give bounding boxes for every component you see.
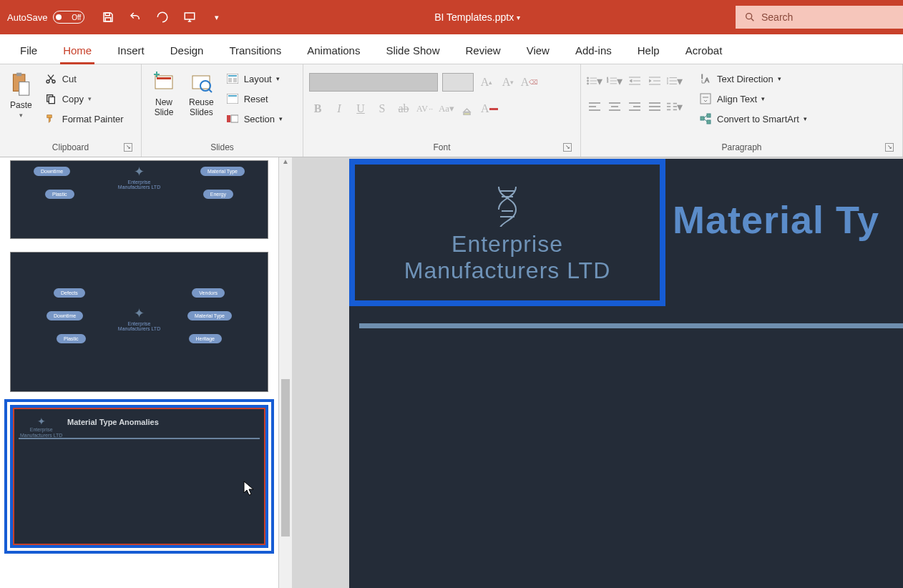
bullets-button[interactable]: ▾: [587, 73, 602, 89]
text-direction-icon: IA: [698, 72, 713, 86]
align-right-button[interactable]: [627, 99, 643, 114]
slide-thumbnail[interactable]: Defects Vendors Downtime Material Type P…: [10, 252, 268, 392]
svg-point-27: [587, 77, 588, 79]
search-box[interactable]: Search: [736, 6, 903, 29]
svg-rect-26: [464, 113, 470, 114]
decrease-font-icon[interactable]: A▾: [499, 74, 517, 91]
svg-rect-2: [185, 13, 195, 19]
paragraph-launcher-icon[interactable]: ↘: [885, 143, 894, 152]
autosave-toggle[interactable]: AutoSave Off: [0, 11, 92, 24]
slide-thumbnail-selected[interactable]: ✦EnterpriseManufacturers LTD Material Ty…: [10, 405, 268, 548]
highlight-button[interactable]: [459, 100, 477, 117]
svg-rect-69: [701, 117, 704, 120]
present-icon[interactable]: [180, 8, 199, 26]
increase-font-icon[interactable]: A▴: [478, 74, 495, 91]
format-painter-button[interactable]: Format Painter: [41, 110, 127, 127]
tab-design[interactable]: Design: [157, 37, 217, 64]
italic-button[interactable]: I: [331, 100, 348, 117]
ribbon: Paste ▾ Cut Copy ▾ Format Painter C: [0, 64, 903, 157]
quick-access-toolbar: ▾: [92, 8, 233, 26]
columns-button[interactable]: ▾: [667, 99, 683, 114]
svg-point-29: [587, 83, 588, 84]
char-spacing-button[interactable]: AV↔: [416, 100, 434, 117]
decrease-indent-button[interactable]: [627, 73, 643, 89]
line-spacing-button[interactable]: ▾: [667, 73, 683, 89]
slide-title[interactable]: Material Ty: [673, 197, 879, 242]
copy-button[interactable]: Copy ▾: [41, 90, 127, 107]
thumbnail-scrollbar[interactable]: ▲: [279, 157, 292, 588]
convert-smartart-button[interactable]: Convert to SmartArt▾: [695, 110, 810, 127]
tab-review[interactable]: Review: [452, 37, 513, 64]
clear-formatting-icon[interactable]: A⌫: [521, 74, 538, 91]
shadow-button[interactable]: S: [374, 100, 391, 117]
layout-icon: [225, 72, 240, 86]
align-text-button[interactable]: Align Text▾: [695, 90, 810, 107]
align-left-button[interactable]: [587, 99, 602, 114]
copy-icon: [44, 92, 58, 106]
autosave-label: AutoSave: [7, 12, 47, 23]
current-slide[interactable]: EnterpriseManufacturers LTD Material Ty: [349, 159, 903, 588]
svg-rect-0: [106, 13, 110, 16]
redo-icon[interactable]: [153, 8, 172, 26]
logo-selected-object[interactable]: EnterpriseManufacturers LTD: [349, 159, 665, 306]
slide-editor[interactable]: EnterpriseManufacturers LTD Material Ty: [292, 157, 903, 588]
slide-divider: [359, 323, 903, 328]
layout-button[interactable]: Layout▾: [223, 70, 285, 87]
save-icon[interactable]: [99, 8, 117, 26]
font-color-button[interactable]: A: [481, 100, 498, 117]
qat-customize-icon[interactable]: ▾: [208, 8, 226, 26]
tab-help[interactable]: Help: [625, 37, 673, 64]
paste-button[interactable]: Paste ▾: [6, 67, 36, 122]
scroll-thumb[interactable]: [281, 379, 290, 536]
reset-button[interactable]: Reset: [223, 90, 285, 107]
underline-button[interactable]: U: [352, 100, 369, 117]
font-family-select[interactable]: [309, 73, 438, 92]
svg-rect-24: [227, 115, 230, 122]
paintbrush-icon: [44, 112, 58, 126]
svg-line-17: [209, 89, 212, 92]
svg-text:I: I: [701, 73, 703, 80]
svg-line-72: [704, 115, 707, 118]
document-title[interactable]: BI Templates.pptx▾: [233, 11, 721, 23]
slide-thumbnail[interactable]: Downtime Material Type Plastic Energy ✦E…: [10, 160, 268, 239]
paragraph-group-label: Paragraph: [721, 142, 761, 152]
change-case-button[interactable]: Aa▾: [438, 100, 455, 117]
new-slide-button[interactable]: New Slide: [147, 67, 180, 120]
cut-button[interactable]: Cut: [41, 70, 127, 87]
text-direction-button[interactable]: IA Text Direction▾: [695, 70, 810, 87]
autosave-switch[interactable]: Off: [53, 11, 84, 24]
tab-file[interactable]: File: [7, 37, 50, 64]
tab-home[interactable]: Home: [50, 37, 104, 64]
tab-addins[interactable]: Add-ins: [562, 37, 625, 64]
clipboard-group-label: Clipboard: [52, 142, 89, 152]
tab-slideshow[interactable]: Slide Show: [373, 37, 452, 64]
font-launcher-icon[interactable]: ↘: [563, 143, 572, 152]
svg-point-3: [746, 14, 752, 19]
tab-animations[interactable]: Animations: [294, 37, 373, 64]
undo-icon[interactable]: [126, 8, 145, 26]
font-size-select[interactable]: [442, 73, 474, 92]
svg-text:2: 2: [607, 79, 608, 83]
justify-button[interactable]: [647, 99, 663, 114]
align-center-button[interactable]: [607, 99, 623, 114]
svg-rect-70: [707, 114, 711, 117]
smartart-icon: [698, 112, 713, 126]
slide-thumbnail-pane[interactable]: Downtime Material Type Plastic Energy ✦E…: [0, 157, 279, 588]
numbering-button[interactable]: 12▾: [607, 73, 623, 89]
bold-button[interactable]: B: [309, 100, 326, 117]
svg-text:A: A: [705, 77, 709, 84]
svg-rect-67: [701, 94, 711, 104]
tab-view[interactable]: View: [514, 37, 562, 64]
font-group-label: Font: [433, 142, 450, 152]
tab-acrobat[interactable]: Acrobat: [673, 37, 736, 64]
reuse-slides-button[interactable]: Reuse Slides: [185, 67, 218, 120]
strike-button[interactable]: ab: [395, 100, 412, 117]
increase-indent-button[interactable]: [647, 73, 663, 89]
section-button[interactable]: Section▾: [223, 110, 285, 127]
scissors-icon: [44, 72, 58, 86]
scroll-up-icon[interactable]: ▲: [279, 157, 292, 169]
clipboard-launcher-icon[interactable]: ↘: [124, 143, 132, 152]
svg-rect-5: [17, 73, 22, 77]
tab-transitions[interactable]: Transitions: [216, 37, 294, 64]
tab-insert[interactable]: Insert: [104, 37, 157, 64]
